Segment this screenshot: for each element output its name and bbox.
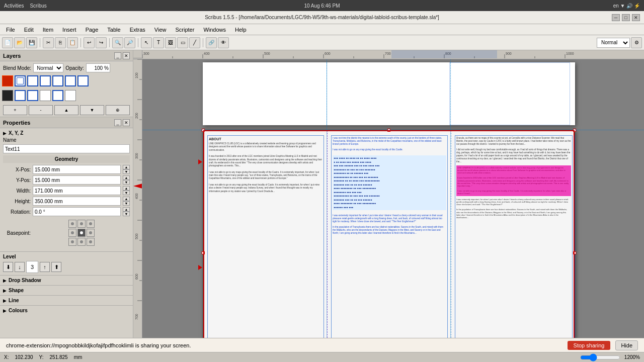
height-input[interactable]: [33, 197, 121, 206]
workspace[interactable]: ABOUT LINE GRAPHICS CLUB (LGC) is a coll…: [142, 59, 644, 338]
shape-row[interactable]: ▶ Shape: [0, 285, 133, 295]
bp-tr[interactable]: [87, 220, 95, 228]
minimize-button[interactable]: ─: [612, 14, 620, 21]
width-up[interactable]: ▲: [123, 186, 130, 191]
layer-icon-b3[interactable]: [40, 90, 51, 101]
toolbar-save[interactable]: 💾: [26, 37, 37, 48]
name-input[interactable]: [3, 144, 130, 153]
opacity-input[interactable]: [86, 63, 110, 72]
view-mode-select[interactable]: Normal Preview: [597, 38, 630, 48]
selection-handle-tr[interactable]: [573, 129, 576, 132]
bp-bc[interactable]: [77, 238, 86, 246]
layer-icon-b2[interactable]: [27, 90, 38, 101]
window-controls[interactable]: ─ □ ✕: [612, 14, 640, 21]
drop-shadow-triangle[interactable]: ▶: [3, 278, 7, 283]
text-frame-col2[interactable]: I was not time the district the nearest …: [331, 135, 448, 338]
properties-close[interactable]: ✕: [123, 119, 130, 126]
layer-icon-blue3[interactable]: [40, 75, 51, 86]
xpos-up[interactable]: ▲: [123, 165, 130, 169]
toolbar-shape[interactable]: ▭: [177, 37, 188, 48]
line-triangle[interactable]: ▶: [3, 298, 7, 303]
xyz-triangle[interactable]: ▶: [3, 131, 7, 136]
xpos-input[interactable]: [33, 165, 121, 174]
height-up[interactable]: ▲: [123, 197, 130, 201]
rotation-down[interactable]: ▼: [123, 212, 130, 216]
bp-bl[interactable]: [68, 238, 76, 246]
layer-icon-blue5[interactable]: [65, 75, 76, 86]
activities-label[interactable]: Activities: [4, 3, 24, 9]
menu-page[interactable]: Page: [82, 26, 103, 34]
shape-triangle[interactable]: ▶: [3, 288, 7, 293]
layer-icon-b1[interactable]: [15, 90, 26, 101]
layer-icon-b5[interactable]: [65, 90, 76, 101]
rotation-up[interactable]: ▲: [123, 207, 130, 212]
toolbar-extra1[interactable]: ⚙: [631, 37, 642, 48]
width-down[interactable]: ▼: [123, 191, 130, 195]
height-down[interactable]: ▼: [123, 201, 130, 206]
selection-handle-ml[interactable]: [202, 251, 205, 254]
layer-up-button[interactable]: ▲: [54, 105, 78, 115]
text-frame-col1[interactable]: ABOUT LINE GRAPHICS CLUB (LGC) is a coll…: [207, 135, 324, 338]
layer-down-button[interactable]: ▼: [80, 105, 104, 115]
toolbar-paste[interactable]: 📋: [67, 37, 78, 48]
layer-icon-blue1[interactable]: [15, 75, 26, 86]
drop-shadow-row[interactable]: ▶ Drop Shadow: [0, 275, 133, 285]
ypos-input[interactable]: [33, 175, 121, 185]
maximize-button[interactable]: □: [622, 14, 630, 21]
layer-icon-blue2[interactable]: [27, 75, 38, 86]
menu-view[interactable]: View: [150, 26, 171, 34]
toolbar-arrow[interactable]: ↖: [141, 37, 152, 48]
toolbar-copy[interactable]: ⎘: [55, 37, 66, 48]
toolbar-zoom-out[interactable]: 🔎: [124, 37, 135, 48]
selection-handle-tc[interactable]: [387, 129, 390, 132]
bp-br[interactable]: [87, 238, 95, 246]
menu-item[interactable]: Item: [39, 26, 57, 34]
toolbar-link[interactable]: 🔗: [206, 37, 217, 48]
blend-mode-select[interactable]: Normal Multiply Screen: [33, 63, 63, 72]
line-row[interactable]: ▶ Line: [0, 295, 133, 305]
selection-handle-tl[interactable]: [202, 129, 205, 132]
toolbar-line[interactable]: ╱: [189, 37, 200, 48]
bp-tc[interactable]: [77, 220, 86, 228]
level-down[interactable]: ↓: [15, 262, 25, 272]
toolbar-image[interactable]: 🖼: [165, 37, 176, 48]
layer-duplicate-button[interactable]: ⊕: [106, 105, 130, 115]
close-button[interactable]: ✕: [632, 14, 640, 21]
layer-icon-dark[interactable]: [2, 90, 13, 101]
selection-handle-mr[interactable]: [573, 251, 576, 254]
layer-icon-red[interactable]: [2, 75, 13, 86]
bp-ml[interactable]: [68, 229, 76, 237]
colours-triangle[interactable]: ▶: [3, 308, 7, 313]
menu-insert[interactable]: Insert: [58, 26, 80, 34]
layers-close[interactable]: ✕: [123, 52, 130, 59]
toolbar-undo[interactable]: ↩: [84, 37, 95, 48]
xpos-down[interactable]: ▼: [123, 169, 130, 174]
menu-extras[interactable]: Extras: [126, 26, 149, 34]
toolbar-new[interactable]: 📄: [2, 37, 13, 48]
bp-tl[interactable]: [68, 220, 76, 228]
level-top[interactable]: ⬆: [51, 262, 61, 272]
layer-icon-b4[interactable]: [52, 90, 63, 101]
scribus-appname[interactable]: Scribus: [30, 3, 46, 9]
menu-table[interactable]: Table: [103, 26, 124, 34]
menu-help[interactable]: Help: [231, 26, 251, 34]
toolbar-open[interactable]: 📂: [14, 37, 25, 48]
level-bottom[interactable]: ⬇: [3, 262, 13, 272]
toolbar-redo[interactable]: ↪: [96, 37, 107, 48]
toolbar-eye[interactable]: 👁: [218, 37, 229, 48]
layer-delete-button[interactable]: -: [29, 105, 53, 115]
menu-edit[interactable]: Edit: [20, 26, 38, 34]
hide-button[interactable]: Hide: [615, 340, 638, 350]
menu-windows[interactable]: Windows: [199, 26, 230, 34]
text-frame-col3[interactable]: Dracula, as there are no maps of this co…: [455, 135, 573, 338]
toolbar-cut[interactable]: ✂: [43, 37, 54, 48]
toolbar-text[interactable]: T: [153, 37, 164, 48]
level-up[interactable]: ↑: [40, 262, 50, 272]
ypos-down[interactable]: ▼: [123, 180, 130, 185]
properties-minimize[interactable]: _: [114, 119, 121, 126]
bp-mr[interactable]: [87, 229, 95, 237]
layer-icon-blue4[interactable]: [52, 75, 63, 86]
toolbar-zoom-in[interactable]: 🔍: [112, 37, 123, 48]
colours-row[interactable]: ▶ Colours: [0, 305, 133, 315]
layers-minimize[interactable]: _: [114, 52, 121, 59]
